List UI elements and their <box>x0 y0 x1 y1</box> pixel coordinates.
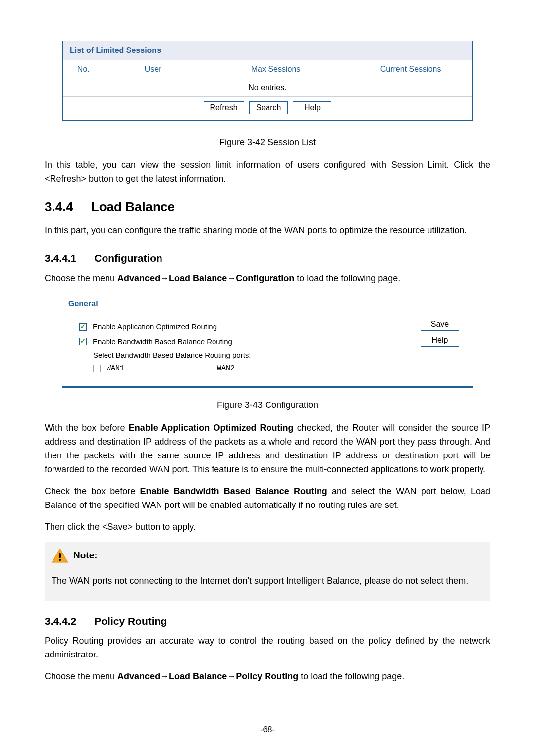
session-list-buttons: Refresh Search Help <box>63 97 472 120</box>
heading-3-4-4-text: Load Balance <box>91 200 175 214</box>
note-body: The WAN ports not connecting to the Inte… <box>52 572 483 590</box>
para-policy-routing: Policy Routing provides an accurate way … <box>45 634 490 662</box>
para5b: Enable Bandwidth Based Balance Routing <box>140 486 327 496</box>
para3b: Advanced→Load Balance→Configuration <box>117 273 294 283</box>
svg-rect-2 <box>59 559 61 561</box>
checkbox-wan1[interactable] <box>93 365 101 372</box>
refresh-button[interactable]: Refresh <box>204 101 244 114</box>
label-select-ports: Select Bandwidth Based Balance Routing p… <box>62 349 473 362</box>
general-panel: General Save Help ✓ Enable Application O… <box>62 294 473 388</box>
col-max: Max Sessions <box>202 60 349 79</box>
label-wan2: WAN2 <box>217 363 235 374</box>
label-wan1: WAN1 <box>107 363 124 374</box>
help-button[interactable]: Help <box>293 101 331 114</box>
heading-3-4-4-2-num: 3.4.4.2 <box>45 615 76 627</box>
warning-icon <box>52 548 68 563</box>
para-session-desc: In this table, you can view the session … <box>45 158 490 186</box>
checkbox-bandwidth-balance[interactable]: ✓ <box>79 338 87 345</box>
save-button[interactable]: Save <box>421 318 459 331</box>
para8b: Advanced→Load Balance→Policy Routing <box>117 671 298 681</box>
heading-3-4-4-1-num: 3.4.4.1 <box>45 252 76 264</box>
para-choose-config: Choose the menu Advanced→Load Balance→Co… <box>45 272 490 286</box>
para3c: to load the following page. <box>294 273 400 283</box>
col-current: Current Sessions <box>349 60 472 79</box>
para-click-save: Then click the <Save> button to apply. <box>45 520 490 534</box>
session-list-header: No. User Max Sessions Current Sessions <box>63 60 472 79</box>
para4b: Enable Application Optimized Routing <box>129 423 294 433</box>
figure-caption-42: Figure 3-42 Session List <box>45 136 490 150</box>
heading-3-4-4: 3.4.4Load Balance <box>45 197 490 217</box>
svg-rect-1 <box>59 553 61 558</box>
label-bandwidth-balance: Enable Bandwidth Based Balance Routing <box>93 336 232 347</box>
note-label: Note: <box>73 548 98 562</box>
search-button[interactable]: Search <box>249 101 288 114</box>
checkbox-wan2[interactable] <box>204 365 211 372</box>
col-user: User <box>104 60 202 79</box>
para3a: Choose the menu <box>45 273 117 283</box>
figure-caption-43: Figure 3-43 Configuration <box>45 399 490 412</box>
para5a: Check the box before <box>45 486 140 496</box>
heading-3-4-4-2: 3.4.4.2Policy Routing <box>45 613 490 630</box>
session-list-panel: List of Limited Sessions No. User Max Se… <box>62 41 473 121</box>
note-box: Note: The WAN ports not connecting to th… <box>45 542 490 601</box>
col-no: No. <box>63 60 104 79</box>
heading-3-4-4-num: 3.4.4 <box>45 200 73 214</box>
para-choose-policy: Choose the menu Advanced→Load Balance→Po… <box>45 670 490 684</box>
general-title: General <box>62 294 473 314</box>
para-loadbalance-intro: In this part, you can configure the traf… <box>45 224 490 238</box>
session-list-noentry: No entries. <box>63 79 472 97</box>
help-button-general[interactable]: Help <box>421 334 459 347</box>
para8a: Choose the menu <box>45 671 117 681</box>
page-number: -68- <box>45 723 490 736</box>
heading-3-4-4-2-text: Policy Routing <box>94 615 167 627</box>
para4a: With the box before <box>45 423 129 433</box>
para8c: to load the following page. <box>298 671 404 681</box>
para-bandwidth-routing: Check the box before Enable Bandwidth Ba… <box>45 485 490 512</box>
heading-3-4-4-1: 3.4.4.1Configuration <box>45 251 490 267</box>
heading-3-4-4-1-text: Configuration <box>94 252 162 264</box>
session-list-title: List of Limited Sessions <box>63 41 472 60</box>
para-opt-routing: With the box before Enable Application O… <box>45 421 490 477</box>
checkbox-app-optimized[interactable]: ✓ <box>79 323 87 331</box>
label-app-optimized: Enable Application Optimized Routing <box>93 321 217 332</box>
